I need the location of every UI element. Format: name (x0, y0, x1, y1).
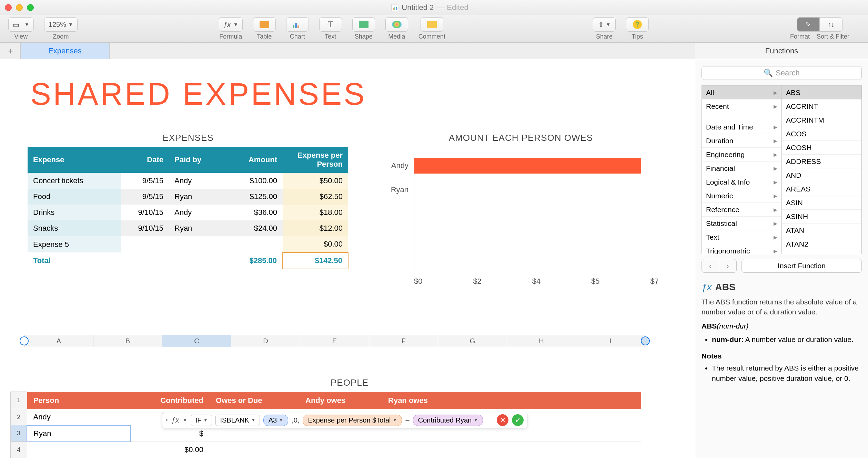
function-item[interactable]: ASIN (782, 196, 861, 210)
col-owes[interactable]: Owes or Due (210, 392, 299, 409)
function-item[interactable]: ATANH (782, 251, 861, 254)
cell[interactable]: $18.00 (283, 205, 348, 220)
formula-button[interactable]: ƒx▼ (219, 17, 243, 32)
cell[interactable]: 9/5/15 (121, 173, 169, 189)
cell[interactable]: 9/10/15 (121, 205, 169, 220)
row-num[interactable]: 1 (11, 392, 27, 409)
category-reference[interactable]: Reference▶ (702, 203, 781, 217)
function-item[interactable]: ACCRINTM (782, 113, 861, 127)
selected-cell[interactable]: Ryan (27, 425, 130, 442)
tips-button[interactable]: ? (626, 17, 649, 32)
comment-button[interactable] (421, 17, 443, 32)
col-E[interactable]: E (300, 335, 369, 347)
function-categories[interactable]: All▶ Recent▶ Date and Time▶ Duration▶ En… (702, 86, 782, 254)
cell[interactable]: Andy (169, 173, 228, 189)
insert-function-button[interactable]: Insert Function (741, 259, 862, 273)
document-title[interactable]: Untitled 2 (402, 3, 434, 12)
ref-total[interactable]: Expense per Person $Total▼ (303, 415, 402, 426)
expenses-table[interactable]: Expense Date Paid by Amount Expense per … (28, 147, 349, 269)
page-title[interactable]: SHARED EXPENSES (30, 76, 695, 112)
accept-formula-button[interactable]: ✓ (512, 414, 524, 426)
category-statistical[interactable]: Statistical▶ (702, 217, 781, 230)
category-logical[interactable]: Logical & Info▶ (702, 175, 781, 189)
func-isblank[interactable]: ISBLANK▼ (215, 415, 260, 426)
table-handle-left[interactable] (20, 336, 29, 345)
formula-editor-bar[interactable]: • ƒx ▼ IF▼ ISBLANK▼ A3▼ ,0, Expense per … (162, 412, 527, 428)
category-trig[interactable]: Trigonometric▶ (702, 244, 781, 254)
chevron-down-icon[interactable]: ▼ (183, 417, 188, 423)
nav-forward-button[interactable]: › (719, 259, 736, 272)
cell[interactable]: Ryan (169, 189, 228, 205)
cell[interactable]: 9/5/15 (121, 189, 169, 205)
function-item[interactable]: ATAN (782, 223, 861, 237)
category-duration[interactable]: Duration▶ (702, 134, 781, 148)
format-button[interactable]: ✎ (797, 17, 820, 32)
cell[interactable]: Food (28, 189, 121, 205)
zoom-select[interactable]: 125%▼ (44, 17, 78, 32)
cell[interactable]: $0.00 (130, 442, 210, 458)
col-G[interactable]: G (438, 335, 507, 347)
category-recent[interactable]: Recent▶ (702, 100, 781, 113)
cancel-formula-button[interactable]: ✕ (497, 414, 508, 426)
col-F[interactable]: F (369, 335, 438, 347)
col-I[interactable]: I (576, 335, 645, 347)
category-datetime[interactable]: Date and Time▶ (702, 120, 781, 134)
cell[interactable]: $62.50 (283, 189, 348, 205)
category-financial[interactable]: Financial▶ (702, 162, 781, 175)
cell[interactable]: $100.00 (228, 173, 283, 189)
func-if[interactable]: IF▼ (191, 415, 212, 426)
col-ryan-owes[interactable]: Ryan owes (382, 392, 641, 409)
col-B[interactable]: B (93, 335, 162, 347)
function-item[interactable]: ABS (782, 86, 861, 100)
share-button[interactable]: ⇧▼ (593, 17, 616, 32)
col-C[interactable]: C (162, 335, 231, 347)
owes-chart[interactable]: AMOUNT EACH PERSON OWES Andy Ryan $0 $2 … (383, 133, 659, 286)
col-per-person[interactable]: Expense per Person (283, 147, 348, 173)
function-item[interactable]: ACOSH (782, 141, 861, 155)
title-chevron-icon[interactable]: ⌵ (473, 4, 477, 11)
function-item[interactable]: AREAS (782, 182, 861, 196)
add-sheet-button[interactable]: ＋ (0, 43, 21, 59)
cell[interactable] (121, 236, 169, 252)
cell[interactable]: $50.00 (283, 173, 348, 189)
cell[interactable]: Drinks (28, 205, 121, 220)
function-list[interactable]: ABS ACCRINT ACCRINTM ACOS ACOSH ADDRESS … (782, 86, 861, 254)
cell[interactable]: Andy (27, 409, 130, 425)
shape-button[interactable] (352, 17, 375, 32)
cell[interactable]: $36.00 (228, 205, 283, 220)
canvas[interactable]: SHARED EXPENSES EXPENSES Expense Date Pa… (0, 59, 695, 458)
cell[interactable] (169, 236, 228, 252)
function-item[interactable]: ATAN2 (782, 237, 861, 251)
function-search[interactable]: 🔍 Search (702, 66, 862, 80)
chart-button[interactable] (286, 17, 309, 32)
cell[interactable]: $12.00 (283, 220, 348, 236)
function-item[interactable]: ACCRINT (782, 100, 861, 113)
category-engineering[interactable]: Engineering▶ (702, 148, 781, 162)
col-andy-owes[interactable]: Andy owes (299, 392, 382, 409)
category-all[interactable]: All▶ (702, 86, 781, 100)
ref-a3[interactable]: A3▼ (263, 415, 288, 426)
cell[interactable]: $24.00 (228, 220, 283, 236)
category-text[interactable]: Text▶ (702, 230, 781, 244)
media-button[interactable] (385, 17, 408, 32)
category-numeric[interactable]: Numeric▶ (702, 189, 781, 203)
total-label[interactable]: Total (28, 252, 121, 269)
view-button[interactable]: ▭▼ (8, 17, 34, 32)
cell[interactable]: $0.00 (283, 236, 348, 252)
row-num[interactable]: 2 (11, 409, 27, 425)
cell[interactable]: 9/10/15 (121, 220, 169, 236)
col-D[interactable]: D (231, 335, 300, 347)
ref-contributed-ryan[interactable]: Contributed Ryan▼ (413, 415, 483, 426)
cell[interactable]: Ryan (169, 220, 228, 236)
col-expense[interactable]: Expense (28, 147, 121, 173)
fullscreen-window[interactable] (27, 4, 34, 11)
cell[interactable]: Expense 5 (28, 236, 121, 252)
nav-back-button[interactable]: ‹ (702, 259, 719, 272)
col-paidby[interactable]: Paid by (169, 147, 228, 173)
total-per-person[interactable]: $142.50 (283, 252, 348, 269)
col-person[interactable]: Person (27, 392, 130, 409)
text-button[interactable]: T (319, 17, 342, 32)
sheet-tab-expenses[interactable]: Expenses (21, 43, 110, 59)
row-num[interactable]: 4 (11, 442, 27, 458)
table-button[interactable] (253, 17, 276, 32)
